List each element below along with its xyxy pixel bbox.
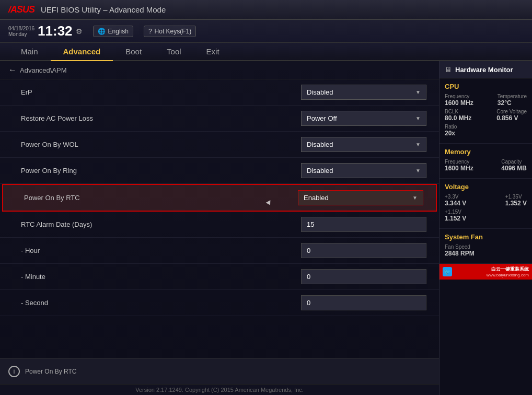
watermark-text: 白云一键重装系统 www.baiyunxitong.com	[454, 266, 529, 277]
breadcrumb: ← Advanced\APM	[0, 61, 439, 79]
globe-icon: 🌐	[98, 28, 106, 35]
tab-exit[interactable]: Exit	[194, 43, 232, 61]
cpu-temp-value: 32°C	[498, 99, 527, 107]
power-on-ring-value: Disabled	[307, 167, 333, 175]
voltage-33-col: +3.3V 3.344 V	[445, 194, 466, 207]
power-on-ring-dropdown[interactable]: Disabled ▼	[301, 163, 426, 178]
rtc-alarm-date-row: RTC Alarm Date (Days)	[0, 212, 439, 238]
day-label: Monday	[8, 31, 34, 37]
voltage-135-label: +1.35V	[505, 194, 527, 200]
minute-label: - Minute	[21, 273, 301, 281]
cpu-bclk-voltage-row: BCLK 80.0 MHz Core Voltage 0.856 V	[445, 109, 527, 122]
cpu-temp-label: Temperature	[498, 94, 527, 99]
cpu-bclk-label: BCLK	[445, 109, 471, 114]
mem-frequency-col: Frequency 1600 MHz	[445, 159, 473, 172]
voltage-115-value: 1.152 V	[445, 215, 466, 222]
power-on-wol-dropdown[interactable]: Disabled ▼	[301, 137, 426, 152]
voltage-115-col: +1.15V 1.152 V	[445, 209, 466, 222]
cpu-freq-temp-row: Frequency 1600 MHz Temperature 32°C	[445, 94, 527, 107]
asus-logo: /ASUS	[8, 4, 34, 15]
info-icon: i	[8, 366, 20, 377]
cpu-ratio-value: 20x	[445, 130, 457, 137]
power-on-wol-value: Disabled	[307, 141, 333, 148]
language-label: English	[108, 28, 129, 35]
twitter-icon: 🐦	[443, 267, 452, 276]
cpu-frequency-col: Frequency 1600 MHz	[445, 94, 473, 107]
fan-speed-row: Fan Speed 2848 RPM	[445, 244, 527, 257]
mem-capacity-value: 4096 MB	[501, 165, 527, 172]
cpu-corevoltage-value: 0.856 V	[496, 114, 527, 122]
minute-input[interactable]	[301, 269, 426, 284]
back-arrow[interactable]: ←	[8, 65, 17, 75]
ac-power-loss-value: Power Off	[307, 114, 337, 122]
cpu-frequency-label: Frequency	[445, 94, 473, 99]
chevron-down-icon: ▼	[415, 115, 421, 121]
datetime-display: 04/18/2016 Monday	[8, 26, 34, 37]
cpu-ratio-label: Ratio	[445, 124, 457, 130]
system-fan-section-title: System Fan	[445, 233, 527, 241]
system-fan-section: System Fan Fan Speed 2848 RPM	[440, 229, 532, 264]
breadcrumb-path: Advanced\APM	[20, 66, 67, 74]
hour-input[interactable]	[301, 243, 426, 258]
ac-power-loss-label: Restore AC Power Loss	[21, 114, 301, 122]
second-label: - Second	[21, 299, 301, 307]
info-icon-label: i	[14, 367, 15, 375]
chevron-down-icon: ▼	[415, 89, 421, 95]
fan-speed-value: 2848 RPM	[445, 250, 475, 257]
power-on-ring-label: Power On By Ring	[21, 167, 301, 175]
date-label: 04/18/2016	[8, 26, 34, 31]
mem-frequency-label: Frequency	[445, 159, 473, 165]
voltage-33-135-row: +3.3V 3.344 V +1.35V 1.352 V	[445, 194, 527, 207]
tab-tool[interactable]: Tool	[154, 43, 194, 61]
erp-value: Disabled	[307, 88, 333, 96]
hotkeys-button[interactable]: ? Hot Keys(F1)	[144, 26, 196, 37]
bios-header: /ASUS UEFI BIOS Utility – Advanced Mode	[0, 0, 532, 20]
cpu-corevoltage-label: Core Voltage	[496, 109, 527, 114]
mem-frequency-value: 1600 MHz	[445, 165, 473, 172]
power-on-ring-row: Power On By Ring Disabled ▼	[0, 158, 439, 184]
gear-icon[interactable]: ⚙	[76, 27, 83, 36]
watermark-url: www.baiyunxitong.com	[454, 273, 529, 277]
voltage-section: Voltage +3.3V 3.344 V +1.35V 1.352 V +1.…	[440, 179, 532, 229]
language-button[interactable]: 🌐 English	[93, 26, 133, 37]
hw-monitor-title: Hardware Monitor	[455, 66, 513, 74]
watermark-line1: 白云一键重装系统	[454, 266, 529, 273]
mem-freq-cap-row: Frequency 1600 MHz Capacity 4096 MB	[445, 159, 527, 172]
cpu-ratio-col: Ratio 20x	[445, 124, 457, 137]
power-on-rtc-value: Enabled	[304, 194, 329, 202]
hour-label: - Hour	[21, 247, 301, 254]
power-on-wol-label: Power On By WOL	[21, 141, 301, 148]
monitor-icon: 🖥	[445, 65, 452, 74]
content-area: ← Advanced\APM ErP Disabled ▼	[0, 61, 532, 395]
ac-power-loss-row: Restore AC Power Loss Power Off ▼	[0, 106, 439, 132]
rtc-alarm-date-label: RTC Alarm Date (Days)	[21, 220, 301, 228]
rtc-alarm-date-input[interactable]	[301, 217, 426, 232]
bios-title: UEFI BIOS Utility – Advanced Mode	[41, 5, 524, 14]
erp-dropdown[interactable]: Disabled ▼	[301, 85, 426, 100]
fan-speed-col: Fan Speed 2848 RPM	[445, 244, 475, 257]
tab-boot[interactable]: Boot	[113, 43, 154, 61]
mem-capacity-col: Capacity 4096 MB	[501, 159, 527, 172]
memory-section-title: Memory	[445, 148, 527, 156]
cpu-section: CPU Frequency 1600 MHz Temperature 32°C …	[440, 78, 532, 144]
fan-speed-label: Fan Speed	[445, 244, 475, 250]
hotkeys-label: Hot Keys(F1)	[155, 28, 192, 35]
erp-label: ErP	[21, 88, 301, 96]
power-on-rtc-dropdown[interactable]: Enabled ▼	[298, 190, 423, 205]
settings-table: ErP Disabled ▼ Restore AC Power Loss Pow…	[0, 79, 439, 358]
status-message: Power On By RTC	[25, 368, 76, 375]
status-bar: i Power On By RTC	[0, 358, 439, 384]
voltage-33-label: +3.3V	[445, 194, 466, 200]
second-input[interactable]	[301, 295, 426, 310]
tab-advanced[interactable]: Advanced	[51, 43, 113, 61]
tab-main[interactable]: Main	[8, 43, 51, 61]
cpu-section-title: CPU	[445, 83, 527, 90]
power-on-rtc-row: Power On By RTC Enabled ▼	[2, 184, 437, 212]
time-display: 11:32	[38, 23, 73, 39]
footer-text: Version 2.17.1249. Copyright (C) 2015 Am…	[135, 387, 304, 393]
chevron-down-icon: ▼	[415, 168, 421, 173]
power-on-rtc-label: Power On By RTC	[24, 194, 298, 202]
minute-row: - Minute	[0, 264, 439, 290]
cpu-temp-col: Temperature 32°C	[498, 94, 527, 107]
ac-power-loss-dropdown[interactable]: Power Off ▼	[301, 111, 426, 126]
